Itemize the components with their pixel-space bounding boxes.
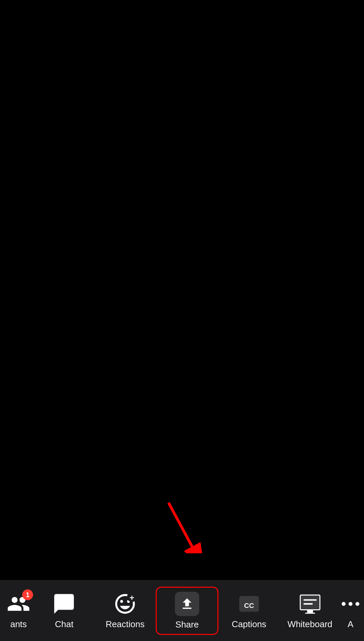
chat-button[interactable]: Chat [34, 589, 95, 633]
captions-button[interactable]: CC Captions [218, 589, 279, 633]
participants-badge: 1 [22, 589, 33, 600]
share-icon [180, 596, 194, 611]
svg-point-10 [348, 602, 353, 606]
whiteboard-icon [298, 592, 322, 616]
svg-rect-7 [307, 610, 313, 613]
captions-icon: CC [237, 592, 261, 616]
captions-label: Captions [232, 619, 266, 630]
participants-icon-wrapper: 1 [7, 592, 30, 616]
reactions-icon-wrapper: + [113, 592, 137, 616]
chat-label: Chat [55, 619, 73, 630]
participants-button[interactable]: 1 ants [3, 589, 34, 633]
reactions-label: Reactions [105, 619, 145, 630]
svg-rect-6 [300, 595, 320, 610]
reactions-button[interactable]: + Reactions [95, 589, 156, 633]
more-label: A [347, 619, 353, 630]
whiteboard-label: Whiteboard [287, 619, 332, 630]
svg-point-9 [342, 602, 346, 606]
captions-icon-wrapper: CC [237, 592, 261, 616]
participants-label: ants [10, 619, 27, 630]
share-label: Share [175, 619, 199, 630]
share-icon-wrapper [175, 592, 199, 616]
svg-text:CC: CC [244, 602, 254, 609]
svg-rect-8 [305, 613, 315, 614]
chat-icon-wrapper [52, 592, 76, 616]
main-content [0, 0, 364, 580]
more-button[interactable]: A [340, 589, 361, 633]
share-button[interactable]: Share [156, 587, 219, 635]
toolbar: 1 ants Chat + Reactions [0, 580, 364, 641]
reactions-icon: + [113, 592, 137, 616]
whiteboard-icon-wrapper [298, 592, 322, 616]
svg-text:+: + [130, 593, 134, 602]
more-icon-wrapper [340, 592, 361, 616]
whiteboard-button[interactable]: Whiteboard [279, 589, 340, 633]
chat-icon [52, 592, 76, 616]
more-icon [340, 592, 361, 616]
svg-point-11 [356, 602, 360, 606]
